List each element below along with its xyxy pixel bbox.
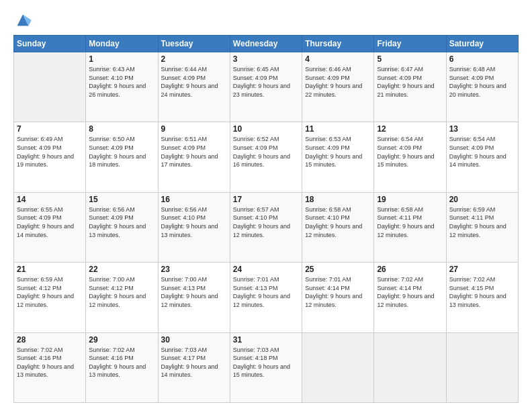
day-info: Sunrise: 7:02 AMSunset: 4:16 PMDaylight:… (89, 346, 154, 379)
weekday-wednesday: Wednesday (230, 36, 302, 52)
day-number: 27 (449, 265, 515, 274)
day-number: 13 (449, 124, 515, 134)
day-info: Sunrise: 6:47 AMSunset: 4:09 PMDaylight:… (377, 65, 443, 99)
day-number: 26 (377, 265, 443, 274)
day-info: Sunrise: 6:55 AMSunset: 4:09 PMDaylight:… (17, 205, 83, 239)
day-cell: 11Sunrise: 6:53 AMSunset: 4:09 PMDayligh… (302, 122, 374, 192)
day-info: Sunrise: 7:02 AMSunset: 4:14 PMDaylight:… (377, 275, 443, 309)
day-number: 22 (89, 265, 154, 274)
day-number: 21 (17, 265, 83, 274)
day-info: Sunrise: 6:59 AMSunset: 4:12 PMDaylight:… (17, 275, 83, 309)
day-cell: 15Sunrise: 6:56 AMSunset: 4:09 PMDayligh… (86, 192, 158, 262)
day-number: 16 (161, 195, 227, 204)
day-cell: 27Sunrise: 7:02 AMSunset: 4:15 PMDayligh… (446, 263, 518, 332)
day-info: Sunrise: 7:02 AMSunset: 4:16 PMDaylight:… (17, 346, 83, 379)
day-number: 5 (377, 54, 443, 64)
weekday-row: SundayMondayTuesdayWednesdayThursdayFrid… (14, 36, 519, 52)
day-number: 18 (305, 195, 371, 204)
day-info: Sunrise: 6:58 AMSunset: 4:11 PMDaylight:… (377, 205, 443, 239)
day-cell: 4Sunrise: 6:46 AMSunset: 4:09 PMDaylight… (302, 52, 374, 122)
day-cell: 28Sunrise: 7:02 AMSunset: 4:16 PMDayligh… (14, 332, 86, 402)
day-cell: 1Sunrise: 6:43 AMSunset: 4:10 PMDaylight… (86, 52, 158, 122)
day-cell: 21Sunrise: 6:59 AMSunset: 4:12 PMDayligh… (14, 263, 86, 332)
day-info: Sunrise: 7:02 AMSunset: 4:15 PMDaylight:… (449, 275, 515, 309)
day-info: Sunrise: 6:49 AMSunset: 4:09 PMDaylight:… (17, 135, 83, 169)
week-row-3: 21Sunrise: 6:59 AMSunset: 4:12 PMDayligh… (14, 263, 519, 332)
week-row-2: 14Sunrise: 6:55 AMSunset: 4:09 PMDayligh… (14, 192, 519, 262)
day-number: 10 (233, 124, 299, 134)
day-info: Sunrise: 7:03 AMSunset: 4:18 PMDaylight:… (233, 346, 299, 379)
day-info: Sunrise: 6:46 AMSunset: 4:09 PMDaylight:… (305, 65, 371, 99)
weekday-friday: Friday (374, 36, 446, 52)
day-cell (302, 332, 374, 402)
day-cell: 16Sunrise: 6:56 AMSunset: 4:10 PMDayligh… (158, 192, 230, 262)
day-number: 20 (449, 195, 515, 204)
day-number: 17 (233, 195, 299, 204)
day-cell: 12Sunrise: 6:54 AMSunset: 4:09 PMDayligh… (374, 122, 446, 192)
day-number: 7 (17, 124, 83, 134)
weekday-monday: Monday (86, 36, 158, 52)
day-number: 19 (377, 195, 443, 204)
day-number: 24 (233, 265, 299, 274)
day-cell: 9Sunrise: 6:51 AMSunset: 4:09 PMDaylight… (158, 122, 230, 192)
logo-icon (13, 11, 32, 30)
day-info: Sunrise: 6:56 AMSunset: 4:10 PMDaylight:… (161, 205, 227, 239)
day-cell: 8Sunrise: 6:50 AMSunset: 4:09 PMDaylight… (86, 122, 158, 192)
weekday-thursday: Thursday (302, 36, 374, 52)
week-row-4: 28Sunrise: 7:02 AMSunset: 4:16 PMDayligh… (14, 332, 519, 402)
day-info: Sunrise: 7:00 AMSunset: 4:12 PMDaylight:… (89, 275, 154, 309)
day-cell: 22Sunrise: 7:00 AMSunset: 4:12 PMDayligh… (86, 263, 158, 332)
day-cell: 18Sunrise: 6:58 AMSunset: 4:10 PMDayligh… (302, 192, 374, 262)
day-cell: 10Sunrise: 6:52 AMSunset: 4:09 PMDayligh… (230, 122, 302, 192)
weekday-sunday: Sunday (14, 36, 86, 52)
weekday-tuesday: Tuesday (158, 36, 230, 52)
day-number: 31 (233, 335, 299, 345)
weekday-saturday: Saturday (446, 36, 518, 52)
day-cell: 23Sunrise: 7:00 AMSunset: 4:13 PMDayligh… (158, 263, 230, 332)
day-info: Sunrise: 6:56 AMSunset: 4:09 PMDaylight:… (89, 205, 154, 239)
day-cell: 26Sunrise: 7:02 AMSunset: 4:14 PMDayligh… (374, 263, 446, 332)
day-info: Sunrise: 7:01 AMSunset: 4:13 PMDaylight:… (233, 275, 299, 309)
day-cell: 14Sunrise: 6:55 AMSunset: 4:09 PMDayligh… (14, 192, 86, 262)
day-info: Sunrise: 6:45 AMSunset: 4:09 PMDaylight:… (233, 65, 299, 99)
day-cell (14, 52, 86, 122)
day-info: Sunrise: 7:01 AMSunset: 4:14 PMDaylight:… (305, 275, 371, 309)
day-number: 15 (89, 195, 154, 204)
day-number: 3 (233, 54, 299, 64)
day-cell: 19Sunrise: 6:58 AMSunset: 4:11 PMDayligh… (374, 192, 446, 262)
day-number: 8 (89, 124, 154, 134)
logo (13, 11, 35, 30)
day-info: Sunrise: 7:00 AMSunset: 4:13 PMDaylight:… (161, 275, 227, 309)
day-number: 4 (305, 54, 371, 64)
day-cell: 6Sunrise: 6:48 AMSunset: 4:09 PMDaylight… (446, 52, 518, 122)
day-cell: 29Sunrise: 7:02 AMSunset: 4:16 PMDayligh… (86, 332, 158, 402)
week-row-1: 7Sunrise: 6:49 AMSunset: 4:09 PMDaylight… (14, 122, 519, 192)
day-number: 12 (377, 124, 443, 134)
day-number: 25 (305, 265, 371, 274)
day-info: Sunrise: 7:03 AMSunset: 4:17 PMDaylight:… (161, 346, 227, 379)
calendar-header: SundayMondayTuesdayWednesdayThursdayFrid… (14, 36, 519, 52)
day-number: 9 (161, 124, 227, 134)
day-cell: 17Sunrise: 6:57 AMSunset: 4:10 PMDayligh… (230, 192, 302, 262)
day-number: 11 (305, 124, 371, 134)
day-number: 6 (449, 54, 515, 64)
day-cell: 25Sunrise: 7:01 AMSunset: 4:14 PMDayligh… (302, 263, 374, 332)
day-info: Sunrise: 6:54 AMSunset: 4:09 PMDaylight:… (449, 135, 515, 169)
day-number: 23 (161, 265, 227, 274)
day-cell: 3Sunrise: 6:45 AMSunset: 4:09 PMDaylight… (230, 52, 302, 122)
page: SundayMondayTuesdayWednesdayThursdayFrid… (0, 0, 532, 411)
day-info: Sunrise: 6:53 AMSunset: 4:09 PMDaylight:… (305, 135, 371, 169)
day-number: 28 (17, 335, 83, 345)
day-cell: 5Sunrise: 6:47 AMSunset: 4:09 PMDaylight… (374, 52, 446, 122)
day-info: Sunrise: 6:50 AMSunset: 4:09 PMDaylight:… (89, 135, 154, 169)
day-info: Sunrise: 6:48 AMSunset: 4:09 PMDaylight:… (449, 65, 515, 99)
day-cell (446, 332, 518, 402)
day-cell: 31Sunrise: 7:03 AMSunset: 4:18 PMDayligh… (230, 332, 302, 402)
day-cell: 30Sunrise: 7:03 AMSunset: 4:17 PMDayligh… (158, 332, 230, 402)
week-row-0: 1Sunrise: 6:43 AMSunset: 4:10 PMDaylight… (14, 52, 519, 122)
day-info: Sunrise: 6:43 AMSunset: 4:10 PMDaylight:… (89, 65, 154, 99)
calendar-body: 1Sunrise: 6:43 AMSunset: 4:10 PMDaylight… (14, 52, 519, 403)
day-number: 14 (17, 195, 83, 204)
day-info: Sunrise: 6:58 AMSunset: 4:10 PMDaylight:… (305, 205, 371, 239)
day-info: Sunrise: 6:52 AMSunset: 4:09 PMDaylight:… (233, 135, 299, 169)
